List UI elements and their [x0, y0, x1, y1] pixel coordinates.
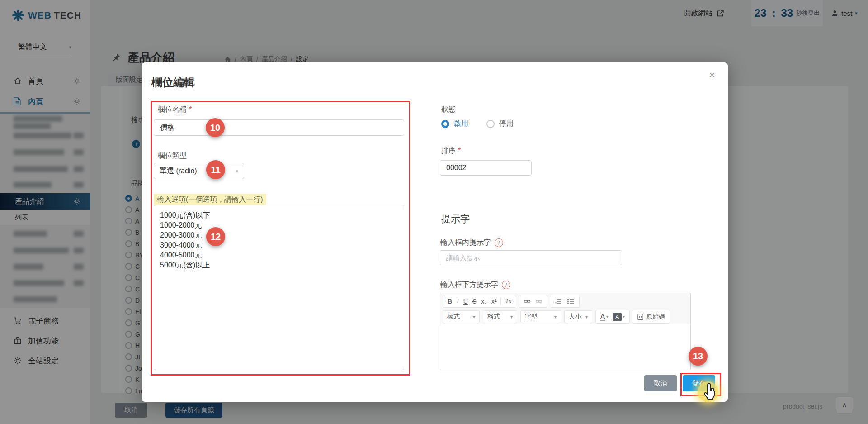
- svg-text:1: 1: [555, 298, 557, 301]
- hint-below-label: 輸入框下方提示字 i: [440, 280, 510, 290]
- editor-toolbar-row2: 樣式▾ 格式▾ 字型▾ 大小▾ A▾ A▾: [440, 308, 690, 324]
- superscript-icon[interactable]: x²: [491, 298, 497, 305]
- cursor-icon: [702, 383, 717, 400]
- hint-inside-input[interactable]: [440, 250, 622, 265]
- field-name-label: 欄位名稱*: [158, 105, 192, 114]
- font-select[interactable]: 字型▾: [520, 310, 561, 323]
- info-icon[interactable]: i: [495, 238, 503, 247]
- annotation-step-13: 13: [689, 347, 708, 366]
- status-label: 狀態: [441, 105, 456, 114]
- unlink-icon[interactable]: [535, 298, 542, 305]
- remove-format-icon[interactable]: Tx: [505, 298, 511, 305]
- radio-enabled-label: 啟用: [454, 119, 468, 129]
- radio-enabled[interactable]: [441, 120, 449, 128]
- bg-color-icon[interactable]: A▾: [613, 313, 625, 321]
- app-root: WEBTECH 繁體中文 ▾ 首頁 內頁: [0, 0, 868, 424]
- modal-title: 欄位編輯: [151, 75, 195, 90]
- options-label-highlighted: 輸入選項(一個選項，請輸入一行): [154, 194, 266, 206]
- italic-icon[interactable]: I: [457, 298, 459, 305]
- hint-section-title: 提示字: [441, 213, 470, 225]
- strikethrough-icon[interactable]: S: [472, 298, 476, 305]
- annotation-step-10: 10: [206, 118, 225, 137]
- options-textarea[interactable]: [154, 205, 404, 370]
- bold-icon[interactable]: B: [448, 298, 452, 305]
- ordered-list-icon[interactable]: 12: [555, 298, 562, 305]
- sort-input[interactable]: [440, 160, 532, 176]
- editor-toolbar-row1: B I U S x₂ x² Tx: [440, 293, 690, 308]
- close-icon[interactable]: ×: [709, 70, 715, 81]
- bullet-list-icon[interactable]: [567, 298, 575, 305]
- source-code-button[interactable]: 原始碼: [637, 313, 665, 321]
- radio-disabled-label: 停用: [499, 119, 514, 129]
- radio-disabled[interactable]: [486, 120, 495, 128]
- modal-cancel-button[interactable]: 取消: [644, 375, 677, 391]
- field-name-input[interactable]: [154, 119, 404, 136]
- format-select[interactable]: 格式▾: [483, 310, 517, 323]
- underline-icon[interactable]: U: [463, 298, 468, 305]
- link-icon[interactable]: [524, 298, 531, 305]
- annotation-step-12: 12: [206, 227, 225, 246]
- field-edit-modal: × 欄位編輯 欄位名稱* 欄位類型 單選 (radio) ▾ 輸入選項(一個選項…: [142, 62, 728, 402]
- field-type-select[interactable]: 單選 (radio) ▾: [154, 163, 244, 179]
- sort-label: 排序*: [441, 146, 461, 156]
- chevron-down-icon: ▾: [236, 168, 238, 174]
- annotation-step-11: 11: [206, 160, 225, 179]
- info-icon[interactable]: i: [502, 281, 510, 289]
- svg-text:2: 2: [555, 302, 557, 305]
- text-color-icon[interactable]: A▾: [600, 313, 609, 321]
- size-select[interactable]: 大小▾: [564, 310, 592, 323]
- hint-inside-label: 輸入框內提示字 i: [440, 238, 503, 248]
- styles-select[interactable]: 樣式▾: [443, 310, 480, 323]
- editor-content[interactable]: [440, 324, 690, 370]
- rich-text-editor: B I U S x₂ x² Tx: [440, 293, 691, 370]
- subscript-icon[interactable]: x₂: [481, 298, 486, 305]
- field-type-label: 欄位類型: [158, 151, 187, 161]
